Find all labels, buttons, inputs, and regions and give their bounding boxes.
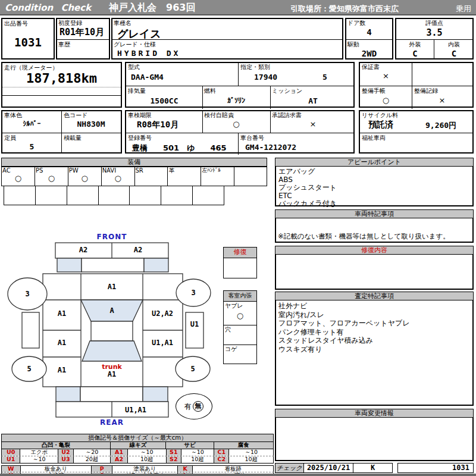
first-registration-value: R01年10月 [60,27,104,38]
fuel-label: 燃料 [204,87,216,94]
legend-code: W [2,466,21,472]
shaken-value: R08年10月 [137,120,178,130]
color-code-value: NH830M [61,120,121,129]
interior-tear-mark: ○ [224,311,256,320]
legend-desc: 看板跡 [193,466,274,472]
legend-group: サビ [166,442,214,449]
recycle-box: リサイクル料 預託済 9,260円 福祉車両 [359,110,474,154]
change-info-body [275,418,474,461]
interior-trim-title: 客室内張 [224,291,256,302]
exterior-label: 外装 [396,41,434,48]
history-label: 車歴 [58,41,70,48]
body-color-value: ｼﾙﾊﾞｰ [2,120,61,128]
reg-number-value: 豊橋 501 ゆ 465 [132,143,227,154]
mark-cowl: A1 [94,283,130,291]
maintenance-book-mark: ○ [360,96,412,105]
check-label: チェック [275,464,304,472]
chassis-label: 車台番号 [240,134,264,141]
assessment-line: 社外ナビ [278,302,470,311]
class-label: 指定・類別 [240,64,270,70]
damage-legend: 損傷記号＆損傷サイズ（～最大cm） 凸凹・亀裂 線キズ サビ 腐食 U0 エクボ… [1,434,274,476]
mark-rear-wheel-right: 5 [175,365,211,373]
interior-hole-section: 穴 [224,325,256,345]
divider [360,133,472,133]
legend-desc: ～10 [128,449,167,456]
equipment-label: PS [36,167,43,174]
divider [238,63,239,86]
usage-type: 乗用 [456,4,471,14]
capacity-value: 5 [2,142,61,151]
approval-mark: × [270,120,356,129]
grade-value: HYBRID DX [117,49,180,58]
exterior-value: C [396,49,434,58]
model-code-value: DAA-GM4 [131,73,164,82]
check-row: チェック 2025/10/21 K [275,463,393,473]
legend-code: U3 [58,456,74,463]
legend-size-row: U0 エクボ U2 ～20 A1 ～10 S1 ～10 C1 ～10 [1,449,274,456]
repair-content-header: 修復内容 [275,246,474,255]
warranty-mark: × [360,71,412,80]
pickup-location: 引取場所：愛知県弥富市西末広 [290,4,399,14]
interior-burn-section: コゲ [224,345,256,364]
legend-desc: ～10 [20,456,58,463]
presence-no-circled: 無 [193,401,203,412]
drive-value: 2WD [346,49,392,58]
displacement-value: 1500CC [126,96,202,105]
legend-code: C1 [214,449,230,456]
divider [126,133,353,133]
assessment-line: 室内汚れ/スレ [278,311,470,320]
title-bar: Condition Check 神戸入札会 963回 引取場所：愛知県弥富市西末… [0,0,476,15]
body-color-box: 車体色 ｼﾙﾊﾞｰ 色コード NH830M 定員 5 積載量 [1,110,122,154]
doors-drive-box: ドア数 4 駆動 2WD [345,18,393,60]
capacity-label: 定員 [4,134,16,141]
reg-number-label: 登録番号 [128,134,152,141]
equipment-cell-ps: PS ○ [35,167,68,186]
model-code-label: 型式 [128,64,140,70]
divider [61,133,62,154]
legend-code: P [92,466,112,472]
mark-rear-door-left: A1 [44,339,80,347]
legend-code: A2 [111,456,127,463]
check-lot-box: 1031 [397,463,474,473]
rear-label: REAR [94,418,130,427]
lot-number-box: 出品番号 1031 [1,18,55,60]
mileage-value: 187,818km [2,71,121,86]
legend-extra-row: W 板金あり P 塗装あり K 看板跡 [1,465,274,472]
legend-desc: ～10 [229,449,274,456]
presence-yes: 有 [184,402,192,412]
equipment-label: SR [136,167,143,174]
special-notes-header: 車両特記事項 [275,209,474,218]
first-registration-box: 初度登録 R01年10月 車歴 [56,18,110,60]
inspection-box: 車検期限 R08年10月 検付自賠責 ○ 承認請求書 × 登録番号 豊橋 501… [125,110,355,154]
presence-badge: 有 無 [176,393,212,419]
assessment-line: フロアマット、フロアカーペットヤブレ [278,319,470,328]
mark-front-bumper-right: A2 [120,246,156,254]
interior-tear-label: ヤブレ [225,302,243,309]
interior-hole-label: 穴 [225,326,231,333]
appeal-line: ETC [278,192,470,201]
legend-group: 凸凹・亀裂 [2,442,111,449]
fuel-value: ｶﾞｿﾘﾝ [202,96,270,105]
jibaiseki-mark: ○ [202,120,270,129]
legend-desc: 10超 [128,456,167,463]
interior-label: 内装 [434,41,474,48]
equipment-label: NAVI [102,167,116,174]
shaken-label: 車検期限 [128,112,152,118]
divider [57,39,109,40]
check-lot-number: 1031 [398,464,473,472]
jibaiseki-label: 検付自賠責 [204,112,234,118]
recycle-status: 預託済 [368,120,393,130]
legend-code: A1 [111,449,127,456]
equipment-cell-navi: NAVI ○ [102,167,135,186]
mark-front-door-right: U2,A2 [145,309,180,318]
interior-value: C [434,49,474,58]
equipment-row: AC ○ PS ○ PW ○ NAVI ○ SR 革 左ﾊﾝﾄﾞﾙ [1,167,267,186]
legend-code: K [178,466,193,472]
legend-code: U2 [58,449,74,456]
mark-rear-bumper: U1,A1 [117,406,155,414]
warranty-label: 保証書 [362,64,380,70]
divider [238,133,239,155]
maintenance-record-mark: × [412,96,472,105]
maintenance-book-label: 整備手帳 [362,87,386,94]
legend-code: C2 [214,456,230,463]
